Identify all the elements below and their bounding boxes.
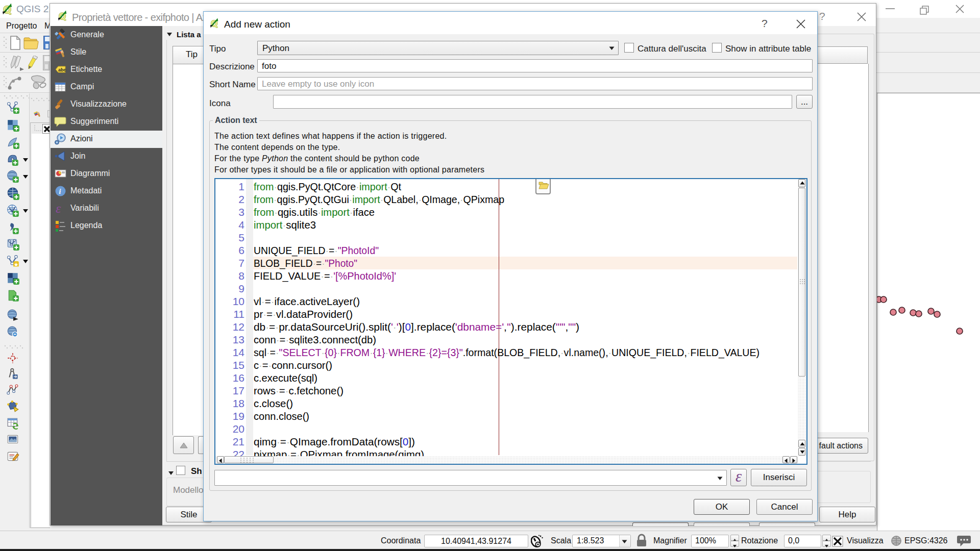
svg-text:i: i xyxy=(59,188,61,195)
svg-text:abc: abc xyxy=(58,67,66,72)
svg-text:ε: ε xyxy=(56,202,61,215)
